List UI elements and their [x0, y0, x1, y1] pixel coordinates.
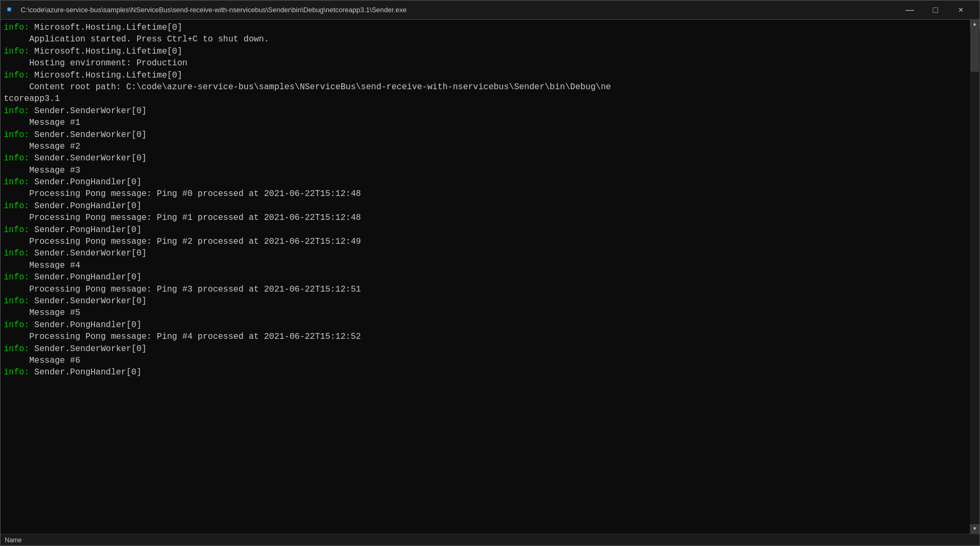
log-text: Microsoft.Hosting.Lifetime[0] [29, 71, 182, 80]
window-controls: — □ × [898, 2, 973, 19]
scroll-up-button[interactable]: ▲ [970, 20, 979, 29]
log-indent-text: Application started. Press Ctrl+C to shu… [4, 35, 269, 44]
log-line: info: Sender.SenderWorker[0] [4, 248, 967, 259]
log-indent-text: Message #4 [4, 261, 80, 270]
log-line: info: Sender.PongHandler[0] [4, 366, 967, 378]
info-label: info: [4, 249, 29, 258]
console-window: ■ C:\code\azure-service-bus\samples\NSer… [0, 0, 980, 546]
scroll-track[interactable] [970, 29, 979, 524]
bottom-bar: Name [1, 534, 979, 545]
minimize-button[interactable]: — [898, 2, 922, 19]
log-text: Sender.SenderWorker[0] [29, 344, 147, 354]
log-text: Sender.PongHandler[0] [29, 272, 141, 282]
scroll-thumb[interactable] [970, 29, 979, 72]
log-text: Sender.PongHandler[0] [29, 201, 141, 211]
log-line: info: Microsoft.Hosting.Lifetime[0] [4, 46, 967, 57]
log-line: info: Sender.PongHandler[0] [4, 224, 967, 236]
log-line: Message #1 [4, 117, 967, 129]
info-label: info: [4, 320, 29, 330]
log-indent-text: Content root path: C:\code\azure-service… [4, 82, 611, 92]
log-line: info: Sender.SenderWorker[0] [4, 152, 967, 164]
log-indent-text: Processing Pong message: Ping #3 process… [4, 285, 361, 294]
log-text: Sender.SenderWorker[0] [29, 130, 147, 140]
log-text: Sender.PongHandler[0] [29, 368, 141, 377]
log-indent-text: Message #6 [4, 356, 80, 365]
info-label: info: [4, 344, 29, 354]
log-indent-text: Processing Pong message: Ping #2 process… [4, 237, 361, 246]
info-label: info: [4, 201, 29, 211]
log-line: Message #5 [4, 307, 967, 319]
log-line: info: Sender.PongHandler[0] [4, 200, 967, 212]
scrollbar[interactable]: ▲ ▼ [970, 20, 979, 534]
log-indent-text: Hosting environment: Production [4, 58, 188, 68]
info-label: info: [4, 71, 29, 80]
scroll-down-button[interactable]: ▼ [970, 524, 979, 534]
info-label: info: [4, 225, 29, 235]
log-line: info: Sender.SenderWorker[0] [4, 295, 967, 307]
log-line: info: Microsoft.Hosting.Lifetime[0] [4, 70, 967, 81]
console-output[interactable]: info: Microsoft.Hosting.Lifetime[0] Appl… [1, 20, 970, 534]
log-line: Message #4 [4, 260, 967, 271]
log-line: tcoreapp3.1 [4, 93, 967, 105]
window-icon: ■ [7, 5, 16, 15]
log-text: Sender.SenderWorker[0] [29, 249, 147, 258]
info-label: info: [4, 47, 29, 56]
bottom-bar-text: Name [5, 536, 22, 544]
log-line: Processing Pong message: Ping #1 process… [4, 212, 967, 224]
log-line: info: Sender.SenderWorker[0] [4, 129, 967, 141]
info-label: info: [4, 296, 29, 306]
log-line: Hosting environment: Production [4, 57, 967, 69]
window-title: C:\code\azure-service-bus\samples\NServi… [21, 6, 898, 14]
log-line: Processing Pong message: Ping #3 process… [4, 284, 967, 295]
log-indent-text: Message #2 [4, 142, 80, 151]
log-text: Sender.SenderWorker[0] [29, 106, 147, 116]
log-text: Sender.PongHandler[0] [29, 177, 141, 187]
log-indent-text: tcoreapp3.1 [4, 94, 60, 104]
log-line: info: Sender.PongHandler[0] [4, 271, 967, 283]
log-text: Microsoft.Hosting.Lifetime[0] [29, 23, 182, 32]
log-line: info: Sender.SenderWorker[0] [4, 105, 967, 117]
log-line: info: Microsoft.Hosting.Lifetime[0] [4, 22, 967, 33]
log-text: Microsoft.Hosting.Lifetime[0] [29, 47, 182, 56]
log-text: Sender.PongHandler[0] [29, 225, 141, 235]
log-line: info: Sender.SenderWorker[0] [4, 343, 967, 355]
log-indent-text: Processing Pong message: Ping #1 process… [4, 213, 361, 223]
log-line: Message #2 [4, 141, 967, 152]
maximize-button[interactable]: □ [923, 2, 948, 19]
log-line: Processing Pong message: Ping #2 process… [4, 236, 967, 248]
close-button[interactable]: × [949, 2, 973, 19]
console-area: info: Microsoft.Hosting.Lifetime[0] Appl… [1, 20, 979, 534]
log-line: Processing Pong message: Ping #4 process… [4, 331, 967, 343]
log-line: Content root path: C:\code\azure-service… [4, 81, 967, 93]
info-label: info: [4, 23, 29, 32]
log-line: info: Sender.PongHandler[0] [4, 319, 967, 331]
info-label: info: [4, 368, 29, 377]
log-text: Sender.PongHandler[0] [29, 320, 141, 330]
log-indent-text: Message #5 [4, 308, 80, 318]
info-label: info: [4, 177, 29, 187]
info-label: info: [4, 130, 29, 140]
log-line: Application started. Press Ctrl+C to shu… [4, 33, 967, 45]
log-line: Processing Pong message: Ping #0 process… [4, 188, 967, 200]
log-text: Sender.SenderWorker[0] [29, 153, 147, 163]
log-line: Message #3 [4, 165, 967, 176]
log-text: Sender.SenderWorker[0] [29, 296, 147, 306]
info-label: info: [4, 272, 29, 282]
log-indent-text: Message #1 [4, 118, 80, 127]
log-indent-text: Processing Pong message: Ping #0 process… [4, 189, 361, 199]
log-line: info: Sender.PongHandler[0] [4, 176, 967, 188]
log-indent-text: Processing Pong message: Ping #4 process… [4, 332, 361, 342]
info-label: info: [4, 153, 29, 163]
info-label: info: [4, 106, 29, 116]
log-line: Message #6 [4, 355, 967, 366]
title-bar: ■ C:\code\azure-service-bus\samples\NSer… [1, 1, 979, 20]
log-indent-text: Message #3 [4, 166, 80, 175]
